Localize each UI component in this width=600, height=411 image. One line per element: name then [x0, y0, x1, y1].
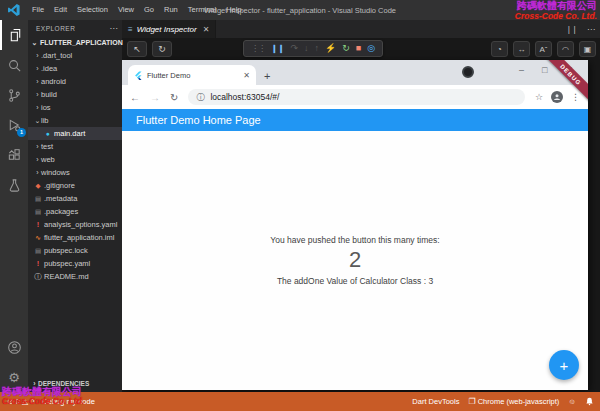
debug-paint-icon[interactable]: ↔	[513, 41, 530, 57]
problems-indicator[interactable]: ⊘ 0 △ 0	[7, 397, 34, 406]
counter-value: 2	[349, 247, 361, 273]
debug-config-label[interactable]: Debug my code	[42, 397, 95, 406]
address-bar[interactable]: ⓘ localhost:63054/#/	[188, 89, 525, 105]
account-icon[interactable]	[0, 332, 28, 362]
bookmark-star-icon[interactable]: ☆	[535, 92, 543, 102]
tree-item-label: windows	[41, 168, 70, 177]
run-debug-icon[interactable]: 1	[0, 110, 28, 140]
restart-icon[interactable]: ↻	[342, 44, 350, 53]
inspector-right-tools: ◔ ↔ Aˆ ◠ ▣	[486, 41, 596, 57]
explorer-icon[interactable]	[0, 20, 28, 50]
dart-devtools-button[interactable]: Dart DevTools	[412, 397, 459, 406]
pause-icon[interactable]: ❙❙	[271, 45, 284, 53]
tree-item-pubspec-yaml[interactable]: !pubspec.yaml	[28, 257, 122, 270]
increment-fab-button[interactable]: +	[549, 350, 579, 380]
explorer-more-icon[interactable]: ⋯	[110, 24, 119, 33]
tree-item-main-dart[interactable]: ●main.dart	[28, 127, 122, 140]
debug-banner-toggle-icon[interactable]: ▣	[579, 41, 596, 57]
counter-caption: You have pushed the button this many tim…	[270, 235, 439, 245]
menu-selection[interactable]: Selection	[72, 0, 113, 20]
tree-item-build[interactable]: ›build	[28, 88, 122, 101]
tree-item-label: test	[41, 142, 53, 151]
test-beaker-icon[interactable]	[0, 170, 28, 200]
chevron-right-icon: ›	[34, 143, 41, 150]
chrome-window: Flutter Demo ✕ + – □ ✕ ← → ↻ ⓘ localhost…	[122, 60, 588, 390]
device-selector[interactable]: ❐ Chrome (web-javascript)	[468, 397, 559, 406]
explorer-root-folder[interactable]: ⌄ FLUTTER_APPLICATION	[28, 36, 122, 49]
close-window-icon[interactable]: ✕	[556, 65, 582, 75]
minimize-icon[interactable]: –	[510, 65, 533, 75]
menu-help[interactable]: Help	[221, 0, 246, 20]
tree-item-lib[interactable]: ⌄lib	[28, 114, 122, 127]
menu-file[interactable]: File	[27, 0, 49, 20]
feedback-icon[interactable]: ☺	[568, 397, 576, 406]
site-info-icon[interactable]: ⓘ	[196, 92, 204, 103]
chrome-window-controls: – □ ✕	[510, 60, 582, 80]
tab-widget-inspector[interactable]: ≡ Widget Inspector ✕	[122, 20, 216, 38]
profile-avatar[interactable]	[551, 91, 563, 103]
close-tab-icon[interactable]: ✕	[203, 25, 210, 34]
inspect-widget-icon[interactable]: ◎	[367, 44, 375, 53]
status-bar: ⊘ 0 △ 0 Debug my code Dart DevTools ❐ Ch…	[0, 392, 600, 411]
menu-view[interactable]: View	[113, 0, 139, 20]
step-into-icon: ↓	[304, 44, 309, 53]
dependencies-section[interactable]: › DEPENDENCIES	[28, 377, 122, 390]
repaint-rainbow-icon[interactable]: ◠	[557, 41, 574, 57]
select-widget-mode-button[interactable]: ↖	[127, 41, 147, 57]
search-icon[interactable]	[0, 50, 28, 80]
menu-run[interactable]: Run	[159, 0, 183, 20]
hot-reload-icon[interactable]: ⚡	[325, 44, 336, 53]
debug-badge: 1	[17, 128, 26, 137]
slow-animations-icon[interactable]: ◔	[491, 41, 508, 57]
browser-menu-icon[interactable]: ⋮	[571, 92, 580, 102]
tree-item--gitignore[interactable]: ◆.gitignore	[28, 179, 122, 192]
refresh-tree-button[interactable]: ↻	[152, 41, 172, 57]
iml-file-icon: ∿	[34, 234, 42, 242]
paint-baselines-icon[interactable]: Aˆ	[535, 41, 552, 57]
menu-go[interactable]: Go	[139, 0, 159, 20]
file-tree: ›.dart_tool›.idea›android›build›ios⌄lib●…	[28, 49, 122, 283]
menu-bar: FileEditSelectionViewGoRunTerminalHelp	[27, 0, 247, 20]
tree-item-label: flutter_application.iml	[44, 233, 114, 242]
chrome-tab-close-icon[interactable]: ✕	[243, 71, 250, 80]
tree-item--metadata[interactable]: ▤.metadata	[28, 192, 122, 205]
tree-item--packages[interactable]: ▤.packages	[28, 205, 122, 218]
chrome-tab-flutter-demo[interactable]: Flutter Demo ✕	[128, 65, 256, 85]
tree-item-pubspec-lock[interactable]: ▤pubspec.lock	[28, 244, 122, 257]
tree-item-analysis-options-yaml[interactable]: !analysis_options.yaml	[28, 218, 122, 231]
tree-item-flutter-application-iml[interactable]: ∿flutter_application.iml	[28, 231, 122, 244]
source-control-icon[interactable]	[0, 80, 28, 110]
menu-terminal[interactable]: Terminal	[183, 0, 221, 20]
stop-icon[interactable]: ■	[356, 44, 361, 53]
file-file-icon: ▤	[34, 208, 42, 216]
browser-extension-icon[interactable]	[462, 66, 474, 78]
extensions-icon[interactable]	[0, 140, 28, 170]
drag-handle-icon[interactable]: ⋮⋮	[251, 45, 265, 53]
tree-item-web[interactable]: ›web	[28, 153, 122, 166]
tree-item-label: main.dart	[54, 129, 85, 138]
new-tab-icon[interactable]: +	[264, 70, 270, 82]
tree-item-android[interactable]: ›android	[28, 75, 122, 88]
root-folder-label: FLUTTER_APPLICATION	[40, 39, 123, 46]
tree-item-readme-md[interactable]: ⓘREADME.md	[28, 270, 122, 283]
tree-item-label: lib	[41, 116, 49, 125]
tree-item-label: pubspec.yaml	[44, 259, 90, 268]
menu-edit[interactable]: Edit	[49, 0, 72, 20]
tree-item-label: ios	[41, 103, 51, 112]
editor-more-icon[interactable]: ⋯	[582, 25, 600, 34]
maximize-icon[interactable]: □	[533, 65, 556, 75]
reload-icon[interactable]: ↻	[170, 92, 178, 103]
status-bar-right: Dart DevTools ❐ Chrome (web-javascript) …	[403, 397, 600, 406]
tree-item-windows[interactable]: ›windows	[28, 166, 122, 179]
settings-gear-icon[interactable]: ⚙	[0, 362, 28, 392]
split-editor-icon[interactable]: ❘❘	[561, 25, 582, 34]
notifications-bell-icon[interactable]	[585, 397, 594, 406]
tree-item--idea[interactable]: ›.idea	[28, 62, 122, 75]
step-over-icon: ↷	[290, 44, 298, 53]
tree-item-ios[interactable]: ›ios	[28, 101, 122, 114]
flutter-appbar: Flutter Demo Home Page	[122, 109, 588, 131]
back-icon[interactable]: ←	[130, 92, 140, 103]
tree-item-label: android	[41, 77, 66, 86]
tree-item-test[interactable]: ›test	[28, 140, 122, 153]
tree-item--dart-tool[interactable]: ›.dart_tool	[28, 49, 122, 62]
